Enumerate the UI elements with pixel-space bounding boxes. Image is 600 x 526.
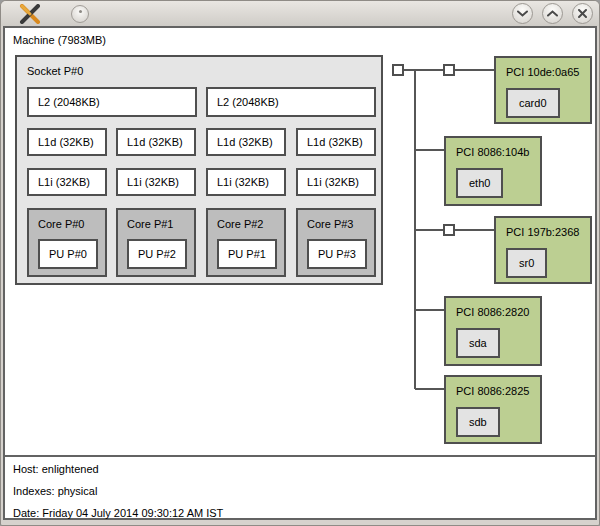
- close-icon: [578, 9, 587, 18]
- os-device-box: sda: [456, 328, 500, 358]
- pci-device-box: PCI 10de:0a65 card0: [494, 56, 592, 124]
- pci-device-label: PCI 8086:2825: [456, 385, 529, 397]
- host-bridge-square: [393, 65, 403, 75]
- pci-device-box: PCI 197b:2368 sr0: [494, 216, 592, 284]
- pci-device-box: PCI 8086:104b eth0: [444, 136, 542, 206]
- maximize-button[interactable]: [542, 3, 563, 24]
- pci-device-label: PCI 8086:104b: [456, 146, 529, 158]
- titlebar[interactable]: [1, 1, 599, 26]
- pci-device-label: PCI 197b:2368: [506, 226, 579, 238]
- pci-device-label: PCI 10de:0a65: [506, 66, 579, 78]
- os-device-box: card0: [506, 88, 560, 118]
- pci-device-box: PCI 8086:2825 sdb: [444, 375, 542, 444]
- pci-bridge-square: [444, 65, 454, 75]
- minimize-button[interactable]: [512, 3, 533, 24]
- machine-box-bottom-border: [3, 455, 597, 457]
- legend-date: Date: Friday 04 July 2014 09:30:12 AM IS…: [13, 507, 223, 519]
- close-button[interactable]: [572, 3, 593, 24]
- os-device-box: eth0: [456, 168, 503, 198]
- lstopo-window: Machine (7983MB) Socket P#0 L2 (2048KB) …: [0, 0, 600, 526]
- window-menu-button[interactable]: [71, 5, 89, 23]
- topology-canvas: Machine (7983MB) Socket P#0 L2 (2048KB) …: [3, 26, 597, 520]
- pci-bridge-square: [444, 225, 454, 235]
- os-device-box: sdb: [456, 407, 500, 437]
- chevron-down-icon: [517, 10, 528, 17]
- chevron-up-icon: [547, 10, 558, 17]
- legend-indexes: Indexes: physical: [13, 485, 97, 497]
- legend-host: Host: enlightened: [13, 463, 99, 475]
- pci-device-box: PCI 8086:2820 sda: [444, 296, 542, 366]
- pci-device-label: PCI 8086:2820: [456, 306, 529, 318]
- os-device-box: sr0: [506, 248, 547, 278]
- app-icon: [19, 4, 43, 24]
